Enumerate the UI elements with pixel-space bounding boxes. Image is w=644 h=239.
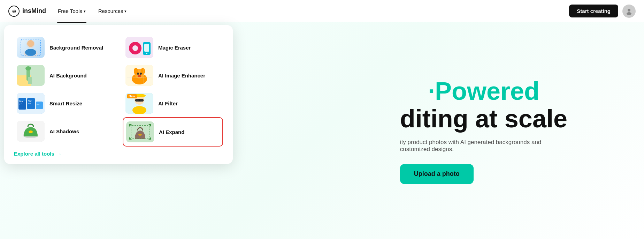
nav-resources-label: Resources xyxy=(98,8,123,14)
menu-item-ai-image-enhancer[interactable]: AI Image Enhancer xyxy=(123,61,223,89)
menu-thumb-ai-background xyxy=(17,65,45,86)
hero-title-powered: ·Powered xyxy=(400,77,567,105)
svg-point-28 xyxy=(132,45,138,51)
svg-point-6 xyxy=(25,49,36,56)
menu-thumb-ai-shadows xyxy=(17,121,45,142)
menu-item-label-ai-expand: AI Expand xyxy=(159,129,184,135)
menu-item-background-removal[interactable]: Background Removal xyxy=(14,33,114,61)
svg-text:prod: prod xyxy=(37,104,39,105)
dropdown-left-col: Background Removal AI Ba xyxy=(14,33,114,157)
menu-item-label-ai-shadows: AI Shadows xyxy=(49,128,79,134)
logo[interactable]: ◎ insMind xyxy=(8,6,46,17)
svg-point-38 xyxy=(137,73,139,75)
svg-point-29 xyxy=(134,42,137,45)
hero-title-main: diting at scale xyxy=(400,105,567,133)
svg-point-5 xyxy=(27,40,34,47)
svg-point-0 xyxy=(628,9,630,12)
nav-free-tools[interactable]: Free Tools ▾ xyxy=(57,7,86,15)
upload-photo-button[interactable]: Upload a photo xyxy=(400,164,474,184)
menu-item-label-magic-eraser: Magic Eraser xyxy=(158,45,191,51)
menu-item-ai-filter[interactable]: New xyxy=(123,89,223,117)
svg-text:New: New xyxy=(28,100,31,102)
svg-rect-31 xyxy=(144,44,149,52)
chevron-down-icon: ▾ xyxy=(84,9,86,14)
svg-point-1 xyxy=(627,12,631,15)
navbar-right: Start creating xyxy=(569,5,636,18)
menu-thumb-ai-filter: New xyxy=(125,93,153,114)
nav-free-tools-label: Free Tools xyxy=(58,8,82,14)
dropdown-menu: Background Removal AI Ba xyxy=(4,25,233,164)
menu-thumb-background-removal xyxy=(17,37,45,58)
svg-point-39 xyxy=(140,73,142,75)
svg-point-40 xyxy=(138,75,141,77)
menu-item-magic-eraser[interactable]: Magic Eraser xyxy=(123,33,223,61)
navbar: ◎ insMind Free Tools ▾ Resources ▾ Start… xyxy=(0,0,644,22)
menu-thumb-magic-eraser xyxy=(125,37,153,58)
new-badge-ai-filter: New xyxy=(127,94,137,98)
svg-point-48 xyxy=(140,99,143,102)
menu-item-smart-resize[interactable]: New prod New prod prod Smart Resize xyxy=(14,89,114,117)
svg-point-32 xyxy=(146,53,147,54)
menu-item-ai-background[interactable]: AI Background xyxy=(14,61,114,89)
avatar[interactable] xyxy=(622,5,636,18)
logo-icon: ◎ xyxy=(8,6,20,17)
chevron-down-icon: ▾ xyxy=(124,9,127,14)
nav-resources[interactable]: Resources ▾ xyxy=(98,7,128,15)
svg-point-11 xyxy=(25,66,31,70)
menu-item-label-ai-background: AI Background xyxy=(49,73,87,79)
hero-content: ·Powered diting at scale ity product pho… xyxy=(386,64,581,198)
menu-item-label-background-removal: Background Removal xyxy=(49,45,103,51)
menu-item-label-smart-resize: Smart Resize xyxy=(49,100,82,106)
svg-rect-21 xyxy=(36,102,43,109)
svg-text:prod: prod xyxy=(19,103,22,105)
explore-all-tools-link[interactable]: Explore all tools → xyxy=(14,151,62,157)
menu-item-ai-expand[interactable]: AI Expand xyxy=(123,117,223,147)
explore-label: Explore all tools xyxy=(14,151,54,157)
menu-item-label-ai-filter: AI Filter xyxy=(158,100,178,106)
menu-item-label-ai-image-enhancer: AI Image Enhancer xyxy=(158,73,205,79)
start-creating-button[interactable]: Start creating xyxy=(569,5,618,17)
svg-point-47 xyxy=(136,99,139,102)
menu-thumb-ai-expand xyxy=(126,121,154,142)
explore-arrow-icon: → xyxy=(56,151,62,157)
dropdown-overlay: Background Removal AI Ba xyxy=(0,22,237,167)
navbar-left: ◎ insMind Free Tools ▾ Resources ▾ xyxy=(8,6,127,17)
menu-thumb-ai-image-enhancer xyxy=(125,65,153,86)
svg-point-51 xyxy=(138,134,142,136)
menu-item-ai-shadows[interactable]: AI Shadows xyxy=(14,117,114,145)
logo-text: insMind xyxy=(22,7,46,15)
menu-thumb-smart-resize: New prod New prod prod xyxy=(17,93,45,114)
svg-text:prod: prod xyxy=(28,103,31,104)
dropdown-grid: Background Removal AI Ba xyxy=(14,33,223,157)
svg-point-25 xyxy=(29,130,33,133)
hero-subtitle: ity product photos with AI generated bac… xyxy=(400,139,546,153)
dropdown-right-col: Magic Eraser xyxy=(123,33,223,157)
svg-rect-12 xyxy=(28,77,32,84)
svg-text:New: New xyxy=(19,100,23,102)
